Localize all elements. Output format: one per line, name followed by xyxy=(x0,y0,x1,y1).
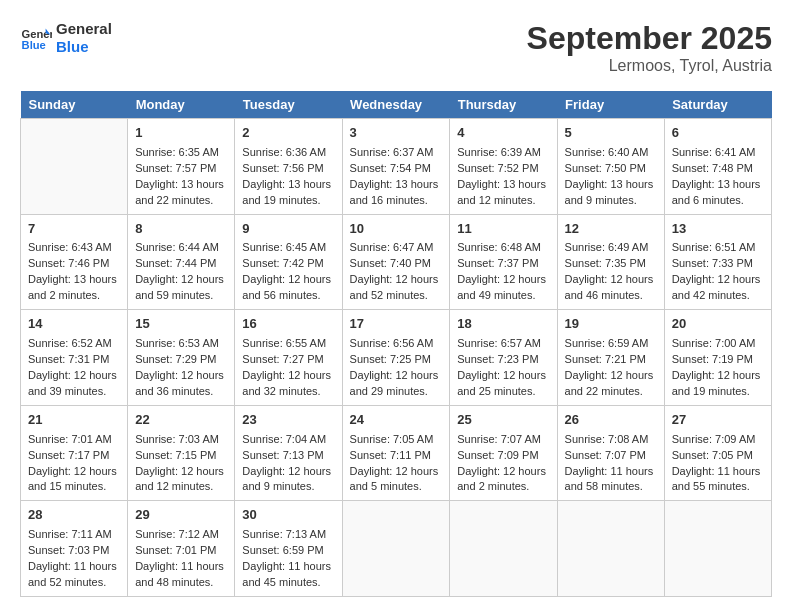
title-block: September 2025 Lermoos, Tyrol, Austria xyxy=(527,20,772,75)
day-number: 30 xyxy=(242,506,334,525)
calendar-cell xyxy=(664,501,771,597)
page-header: General Blue General Blue September 2025… xyxy=(20,20,772,75)
day-number: 28 xyxy=(28,506,120,525)
calendar-cell: 23Sunrise: 7:04 AM Sunset: 7:13 PM Dayli… xyxy=(235,405,342,501)
calendar-cell: 22Sunrise: 7:03 AM Sunset: 7:15 PM Dayli… xyxy=(128,405,235,501)
calendar-cell xyxy=(21,119,128,215)
svg-text:Blue: Blue xyxy=(22,39,46,51)
week-row-2: 7Sunrise: 6:43 AM Sunset: 7:46 PM Daylig… xyxy=(21,214,772,310)
day-info: Sunrise: 7:12 AM Sunset: 7:01 PM Dayligh… xyxy=(135,527,227,591)
calendar-cell xyxy=(450,501,557,597)
weekday-header-monday: Monday xyxy=(128,91,235,119)
day-number: 17 xyxy=(350,315,443,334)
calendar-cell: 28Sunrise: 7:11 AM Sunset: 7:03 PM Dayli… xyxy=(21,501,128,597)
day-number: 16 xyxy=(242,315,334,334)
calendar-cell: 13Sunrise: 6:51 AM Sunset: 7:33 PM Dayli… xyxy=(664,214,771,310)
calendar-cell: 16Sunrise: 6:55 AM Sunset: 7:27 PM Dayli… xyxy=(235,310,342,406)
day-info: Sunrise: 7:05 AM Sunset: 7:11 PM Dayligh… xyxy=(350,432,443,496)
calendar-cell: 24Sunrise: 7:05 AM Sunset: 7:11 PM Dayli… xyxy=(342,405,450,501)
day-info: Sunrise: 6:52 AM Sunset: 7:31 PM Dayligh… xyxy=(28,336,120,400)
day-number: 12 xyxy=(565,220,657,239)
calendar-cell: 18Sunrise: 6:57 AM Sunset: 7:23 PM Dayli… xyxy=(450,310,557,406)
calendar-cell: 19Sunrise: 6:59 AM Sunset: 7:21 PM Dayli… xyxy=(557,310,664,406)
day-number: 4 xyxy=(457,124,549,143)
day-number: 5 xyxy=(565,124,657,143)
day-info: Sunrise: 6:45 AM Sunset: 7:42 PM Dayligh… xyxy=(242,240,334,304)
calendar-cell: 1Sunrise: 6:35 AM Sunset: 7:57 PM Daylig… xyxy=(128,119,235,215)
logo-icon: General Blue xyxy=(20,22,52,54)
calendar-header: SundayMondayTuesdayWednesdayThursdayFrid… xyxy=(21,91,772,119)
calendar-cell: 10Sunrise: 6:47 AM Sunset: 7:40 PM Dayli… xyxy=(342,214,450,310)
day-info: Sunrise: 6:59 AM Sunset: 7:21 PM Dayligh… xyxy=(565,336,657,400)
day-number: 11 xyxy=(457,220,549,239)
day-info: Sunrise: 6:41 AM Sunset: 7:48 PM Dayligh… xyxy=(672,145,764,209)
day-info: Sunrise: 6:47 AM Sunset: 7:40 PM Dayligh… xyxy=(350,240,443,304)
day-number: 6 xyxy=(672,124,764,143)
day-number: 9 xyxy=(242,220,334,239)
calendar-cell: 3Sunrise: 6:37 AM Sunset: 7:54 PM Daylig… xyxy=(342,119,450,215)
day-number: 27 xyxy=(672,411,764,430)
day-number: 24 xyxy=(350,411,443,430)
day-info: Sunrise: 6:53 AM Sunset: 7:29 PM Dayligh… xyxy=(135,336,227,400)
week-row-1: 1Sunrise: 6:35 AM Sunset: 7:57 PM Daylig… xyxy=(21,119,772,215)
calendar-cell: 7Sunrise: 6:43 AM Sunset: 7:46 PM Daylig… xyxy=(21,214,128,310)
week-row-4: 21Sunrise: 7:01 AM Sunset: 7:17 PM Dayli… xyxy=(21,405,772,501)
day-info: Sunrise: 7:01 AM Sunset: 7:17 PM Dayligh… xyxy=(28,432,120,496)
day-info: Sunrise: 6:40 AM Sunset: 7:50 PM Dayligh… xyxy=(565,145,657,209)
weekday-header-thursday: Thursday xyxy=(450,91,557,119)
day-number: 18 xyxy=(457,315,549,334)
weekday-header-wednesday: Wednesday xyxy=(342,91,450,119)
logo-general: General xyxy=(56,20,112,38)
calendar-cell: 17Sunrise: 6:56 AM Sunset: 7:25 PM Dayli… xyxy=(342,310,450,406)
calendar-body: 1Sunrise: 6:35 AM Sunset: 7:57 PM Daylig… xyxy=(21,119,772,597)
day-info: Sunrise: 6:44 AM Sunset: 7:44 PM Dayligh… xyxy=(135,240,227,304)
month-title: September 2025 xyxy=(527,20,772,57)
week-row-5: 28Sunrise: 7:11 AM Sunset: 7:03 PM Dayli… xyxy=(21,501,772,597)
week-row-3: 14Sunrise: 6:52 AM Sunset: 7:31 PM Dayli… xyxy=(21,310,772,406)
weekday-header-friday: Friday xyxy=(557,91,664,119)
day-number: 1 xyxy=(135,124,227,143)
day-info: Sunrise: 6:57 AM Sunset: 7:23 PM Dayligh… xyxy=(457,336,549,400)
calendar-cell: 8Sunrise: 6:44 AM Sunset: 7:44 PM Daylig… xyxy=(128,214,235,310)
calendar-cell: 4Sunrise: 6:39 AM Sunset: 7:52 PM Daylig… xyxy=(450,119,557,215)
calendar-cell: 30Sunrise: 7:13 AM Sunset: 6:59 PM Dayli… xyxy=(235,501,342,597)
day-info: Sunrise: 6:36 AM Sunset: 7:56 PM Dayligh… xyxy=(242,145,334,209)
calendar-cell: 5Sunrise: 6:40 AM Sunset: 7:50 PM Daylig… xyxy=(557,119,664,215)
day-info: Sunrise: 7:09 AM Sunset: 7:05 PM Dayligh… xyxy=(672,432,764,496)
calendar-cell: 14Sunrise: 6:52 AM Sunset: 7:31 PM Dayli… xyxy=(21,310,128,406)
day-number: 21 xyxy=(28,411,120,430)
day-info: Sunrise: 6:37 AM Sunset: 7:54 PM Dayligh… xyxy=(350,145,443,209)
day-number: 7 xyxy=(28,220,120,239)
calendar-cell: 21Sunrise: 7:01 AM Sunset: 7:17 PM Dayli… xyxy=(21,405,128,501)
day-number: 20 xyxy=(672,315,764,334)
day-number: 8 xyxy=(135,220,227,239)
calendar-cell: 27Sunrise: 7:09 AM Sunset: 7:05 PM Dayli… xyxy=(664,405,771,501)
day-number: 25 xyxy=(457,411,549,430)
day-info: Sunrise: 6:39 AM Sunset: 7:52 PM Dayligh… xyxy=(457,145,549,209)
calendar-cell: 15Sunrise: 6:53 AM Sunset: 7:29 PM Dayli… xyxy=(128,310,235,406)
day-info: Sunrise: 7:11 AM Sunset: 7:03 PM Dayligh… xyxy=(28,527,120,591)
day-number: 29 xyxy=(135,506,227,525)
day-number: 19 xyxy=(565,315,657,334)
day-info: Sunrise: 6:56 AM Sunset: 7:25 PM Dayligh… xyxy=(350,336,443,400)
calendar-table: SundayMondayTuesdayWednesdayThursdayFrid… xyxy=(20,91,772,597)
day-info: Sunrise: 7:13 AM Sunset: 6:59 PM Dayligh… xyxy=(242,527,334,591)
day-number: 22 xyxy=(135,411,227,430)
weekday-row: SundayMondayTuesdayWednesdayThursdayFrid… xyxy=(21,91,772,119)
logo-blue: Blue xyxy=(56,38,112,56)
calendar-cell: 26Sunrise: 7:08 AM Sunset: 7:07 PM Dayli… xyxy=(557,405,664,501)
day-info: Sunrise: 7:03 AM Sunset: 7:15 PM Dayligh… xyxy=(135,432,227,496)
day-info: Sunrise: 6:51 AM Sunset: 7:33 PM Dayligh… xyxy=(672,240,764,304)
day-number: 3 xyxy=(350,124,443,143)
calendar-cell: 9Sunrise: 6:45 AM Sunset: 7:42 PM Daylig… xyxy=(235,214,342,310)
location: Lermoos, Tyrol, Austria xyxy=(527,57,772,75)
day-info: Sunrise: 6:48 AM Sunset: 7:37 PM Dayligh… xyxy=(457,240,549,304)
weekday-header-saturday: Saturday xyxy=(664,91,771,119)
calendar-cell: 2Sunrise: 6:36 AM Sunset: 7:56 PM Daylig… xyxy=(235,119,342,215)
calendar-cell: 12Sunrise: 6:49 AM Sunset: 7:35 PM Dayli… xyxy=(557,214,664,310)
day-number: 2 xyxy=(242,124,334,143)
calendar-cell: 29Sunrise: 7:12 AM Sunset: 7:01 PM Dayli… xyxy=(128,501,235,597)
day-info: Sunrise: 6:49 AM Sunset: 7:35 PM Dayligh… xyxy=(565,240,657,304)
day-number: 13 xyxy=(672,220,764,239)
calendar-cell xyxy=(342,501,450,597)
